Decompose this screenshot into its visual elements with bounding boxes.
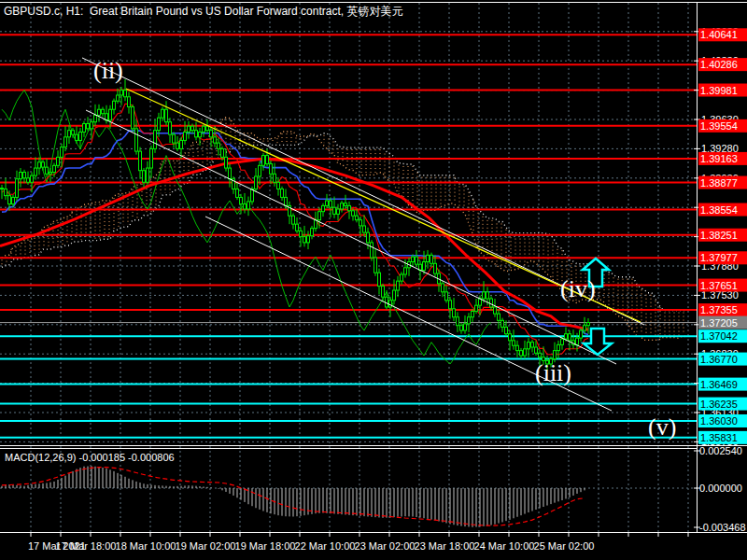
wave-annotation[interactable]: (iii)	[535, 359, 571, 386]
candle-body	[94, 116, 97, 122]
candle-body	[16, 179, 19, 198]
candle-body	[292, 216, 295, 224]
candle-body	[102, 109, 105, 113]
candle-body	[135, 129, 138, 151]
candle-body	[520, 351, 523, 356]
candle-body	[404, 268, 407, 274]
candle-body	[184, 132, 187, 140]
resistance-price-tag: 1.40286	[700, 59, 738, 70]
candle-body	[501, 320, 504, 327]
candle-body	[580, 330, 583, 338]
candle-body	[210, 131, 213, 137]
wave-annotation[interactable]: (iv)	[560, 275, 596, 302]
candle-body	[326, 201, 329, 205]
candle-body	[348, 205, 351, 210]
candle-body	[359, 220, 362, 226]
candle-body	[229, 168, 232, 179]
candle-body	[251, 189, 254, 201]
candle-body	[162, 109, 164, 118]
candle-body	[23, 173, 26, 178]
candle-body	[38, 162, 41, 168]
chart-title: GBPUSD.c, H1: Great Britain Pound vs US …	[4, 4, 402, 20]
candle-body	[468, 317, 471, 324]
wave-annotation[interactable]: (v)	[648, 413, 676, 441]
candle-body	[27, 178, 30, 182]
candle-body	[565, 334, 568, 339]
candle-body	[5, 189, 7, 195]
candle-body	[367, 232, 370, 243]
candle-body	[472, 311, 474, 316]
resistance-price-tag: 1.39554	[700, 120, 738, 132]
candle-body	[486, 292, 489, 299]
candle-body	[569, 334, 571, 341]
candle-body	[423, 262, 426, 271]
resistance-price-tag: 1.40641	[700, 29, 738, 40]
candle-body	[87, 123, 90, 128]
candle-body	[554, 351, 557, 359]
candle-body	[539, 353, 542, 357]
candle-body	[524, 349, 527, 356]
candle-body	[464, 324, 467, 330]
candle-body	[393, 290, 396, 301]
candle-body	[147, 168, 149, 182]
candle-body	[68, 131, 71, 137]
candle-body	[516, 345, 519, 350]
candle-body	[318, 212, 321, 220]
candle-body	[35, 168, 37, 175]
candle-body	[244, 204, 247, 209]
candle-body	[584, 326, 586, 330]
candle-body	[281, 189, 284, 197]
price-series	[0, 79, 590, 371]
resistance-price-tag: 1.39163	[700, 153, 738, 164]
candle-body	[333, 207, 336, 214]
candle-body	[296, 224, 299, 231]
candle-body	[356, 216, 359, 219]
support-price-tag: 1.36235	[700, 399, 738, 410]
candle-body	[345, 203, 347, 206]
candle-body	[124, 91, 127, 97]
candle-body	[505, 328, 508, 334]
candle-body	[154, 131, 157, 149]
candle-body	[31, 175, 34, 182]
support-price-tag: 1.35831	[700, 432, 738, 443]
candle-body	[76, 134, 78, 140]
candle-body	[132, 107, 134, 129]
candle-body	[61, 147, 63, 158]
candle-body	[188, 126, 190, 132]
candle-body	[337, 209, 340, 214]
candle-body	[401, 274, 403, 281]
candle-body	[513, 341, 515, 345]
candle-body	[498, 314, 500, 320]
resistance-price-tag: 1.38554	[700, 204, 738, 216]
time-axis-label: 22 Mar 10:00	[295, 540, 356, 552]
candle-body	[42, 162, 45, 167]
candle-body	[113, 101, 116, 109]
candle-body	[341, 203, 344, 209]
candle-body	[460, 326, 463, 330]
candle-body	[169, 122, 172, 134]
resistance-price-tag: 1.38877	[700, 177, 738, 189]
candle-body	[315, 220, 317, 229]
candle-body	[240, 197, 243, 203]
candle-body	[307, 236, 310, 243]
time-axis-label: 17 Mar 18:00	[56, 540, 117, 552]
candle-body	[214, 137, 217, 143]
candle-body	[176, 143, 179, 148]
candle-body	[143, 171, 146, 183]
candle-body	[255, 176, 258, 189]
candle-body	[259, 165, 261, 176]
candle-body	[64, 137, 67, 147]
candle-body	[57, 157, 60, 165]
wave-annotation[interactable]: (ii)	[93, 57, 123, 84]
candle-body	[20, 173, 22, 179]
candle-body	[427, 255, 430, 261]
candle-body	[378, 273, 381, 286]
candle-body	[206, 126, 209, 130]
chart-canvas[interactable]: (ii)(iv)(iii)(v)1.406801.403301.399801.3…	[0, 0, 747, 560]
candle-body	[46, 167, 49, 174]
candle-body	[72, 131, 75, 134]
resistance-price-tag: 1.37977	[700, 252, 738, 263]
support-price-tag: 1.36469	[700, 379, 738, 390]
candle-body	[191, 126, 194, 130]
channel-trendline[interactable]	[86, 110, 616, 364]
